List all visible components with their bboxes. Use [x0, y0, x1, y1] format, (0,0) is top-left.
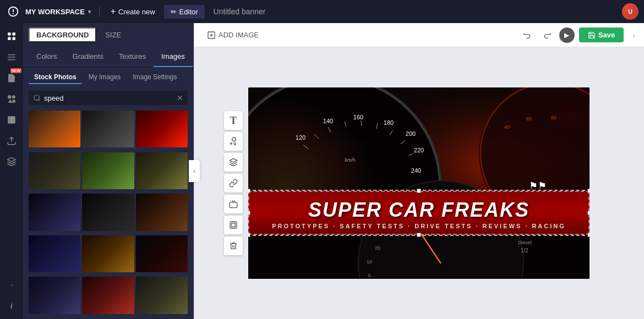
- workspace-arrow-icon: ▼: [87, 9, 92, 15]
- handle-left-mid[interactable]: [248, 211, 250, 215]
- background-tab[interactable]: BACKGROUND: [29, 28, 96, 42]
- play-button[interactable]: ▶: [559, 28, 575, 43]
- text-tool-button[interactable]: T: [224, 111, 243, 130]
- icon-sidebar: NEW ··· i: [0, 23, 23, 319]
- svg-text:⚑⚑: ⚑⚑: [529, 180, 547, 191]
- link-tool-button[interactable]: [224, 174, 243, 193]
- stock-image-7[interactable]: [29, 194, 80, 230]
- editor-button[interactable]: ✏ Editor: [164, 5, 205, 19]
- undo-button[interactable]: [520, 28, 535, 43]
- image-grid: [23, 108, 193, 319]
- sidebar-item-info[interactable]: i: [3, 297, 20, 315]
- user-avatar[interactable]: U: [622, 3, 638, 20]
- svg-point-15: [34, 95, 39, 100]
- subtab-stock-photos[interactable]: Stock Photos: [29, 71, 82, 84]
- sidebar-item-images[interactable]: [3, 111, 20, 129]
- svg-text:80: 80: [551, 115, 556, 120]
- svg-text:20: 20: [375, 245, 380, 251]
- banner-title: SUPER CAR FREAKS: [260, 199, 577, 222]
- new-badge: NEW: [10, 68, 21, 73]
- search-clear-button[interactable]: ✕: [177, 94, 183, 102]
- sidebar-item-new[interactable]: NEW: [3, 69, 20, 87]
- paint-tool-button[interactable]: [224, 132, 243, 151]
- redo-button[interactable]: [539, 28, 555, 43]
- search-input[interactable]: [44, 94, 173, 102]
- svg-point-20: [232, 138, 236, 141]
- collapse-right-button[interactable]: ›: [632, 31, 635, 40]
- editor-area: ADD IMAGE ▶ Save › T: [194, 23, 644, 319]
- svg-rect-22: [230, 202, 237, 208]
- svg-marker-14: [8, 158, 16, 162]
- handle-right-mid[interactable]: [587, 211, 590, 215]
- add-image-label: ADD IMAGE: [219, 31, 259, 39]
- subtab-image-settings[interactable]: Image Settings: [127, 71, 182, 84]
- sidebar-item-layers[interactable]: [3, 153, 20, 170]
- banner-text-element[interactable]: SUPER CAR FREAKS PROTOTYPES · SAFETY TES…: [248, 191, 590, 235]
- panel-collapse-button[interactable]: ‹: [189, 160, 200, 182]
- save-button[interactable]: Save: [579, 28, 624, 42]
- stock-image-11[interactable]: [82, 235, 134, 272]
- svg-rect-0: [8, 32, 10, 35]
- stock-image-3[interactable]: [136, 111, 188, 147]
- stock-image-6[interactable]: [136, 152, 188, 189]
- svg-text:0: 0: [368, 273, 370, 278]
- svg-marker-21: [230, 158, 237, 162]
- plus-icon: +: [111, 7, 116, 16]
- search-row: ✕: [23, 87, 193, 108]
- tab-images[interactable]: Images: [154, 47, 193, 67]
- stock-image-2[interactable]: [82, 111, 134, 147]
- stock-image-9[interactable]: [136, 194, 188, 230]
- tab-colors[interactable]: Colors: [29, 47, 65, 67]
- tab-gradients[interactable]: Gradients: [65, 47, 111, 67]
- svg-point-8: [12, 95, 15, 98]
- frame-tool-button[interactable]: [224, 216, 243, 234]
- media-tool-button[interactable]: [224, 195, 243, 213]
- svg-rect-7: [8, 95, 11, 98]
- size-tab[interactable]: SIZE: [99, 29, 128, 41]
- svg-text:1/2: 1/2: [521, 248, 528, 254]
- svg-text:200: 200: [406, 130, 416, 137]
- stock-image-14[interactable]: [82, 277, 134, 314]
- svg-point-12: [9, 118, 10, 119]
- sidebar-item-grid[interactable]: [3, 28, 20, 45]
- canvas-speedometer: 120 140 160 180 200 220 240: [248, 87, 590, 279]
- add-image-button[interactable]: ADD IMAGE: [203, 29, 263, 42]
- stock-image-5[interactable]: [82, 152, 134, 189]
- save-label: Save: [598, 31, 615, 39]
- stock-image-1[interactable]: [29, 111, 80, 147]
- canvas[interactable]: 120 140 160 180 200 220 240: [248, 87, 590, 279]
- create-new-button[interactable]: + Create new: [106, 4, 160, 19]
- stock-image-4[interactable]: [29, 152, 80, 189]
- svg-rect-5: [8, 57, 15, 58]
- svg-rect-6: [8, 59, 15, 61]
- panel-top-tabs: BACKGROUND SIZE: [23, 23, 193, 47]
- logo-icon[interactable]: [6, 4, 21, 19]
- sidebar-item-shapes[interactable]: [3, 90, 20, 108]
- workspace-label: MY WORKSPACE: [25, 8, 85, 16]
- stock-image-8[interactable]: [82, 194, 134, 230]
- sidebar-item-more[interactable]: ···: [3, 276, 20, 294]
- mini-tools-panel: T: [224, 111, 243, 255]
- layers-tool-button[interactable]: [224, 153, 243, 172]
- svg-text:Diesel: Diesel: [518, 240, 532, 245]
- subtab-my-images[interactable]: My Images: [83, 71, 127, 84]
- svg-text:10: 10: [367, 259, 372, 265]
- document-title-input[interactable]: [209, 7, 618, 16]
- workspace-selector[interactable]: MY WORKSPACE ▼: [25, 8, 92, 16]
- sidebar-item-export[interactable]: [3, 132, 20, 150]
- stock-image-12[interactable]: [136, 235, 188, 272]
- sidebar-item-list[interactable]: [3, 48, 20, 66]
- stock-image-10[interactable]: [29, 235, 80, 272]
- svg-text:240: 240: [411, 167, 421, 174]
- stock-image-13[interactable]: [29, 277, 80, 314]
- delete-tool-button[interactable]: [224, 237, 243, 255]
- search-icon: [33, 94, 41, 102]
- svg-text:60: 60: [526, 116, 532, 122]
- editor-label: Editor: [179, 8, 198, 16]
- stock-image-15[interactable]: [136, 277, 188, 314]
- tab-textures[interactable]: Textures: [111, 47, 154, 67]
- svg-text:140: 140: [323, 118, 333, 124]
- svg-rect-2: [8, 37, 10, 40]
- canvas-area: T: [194, 47, 644, 319]
- create-new-label: Create new: [118, 8, 155, 16]
